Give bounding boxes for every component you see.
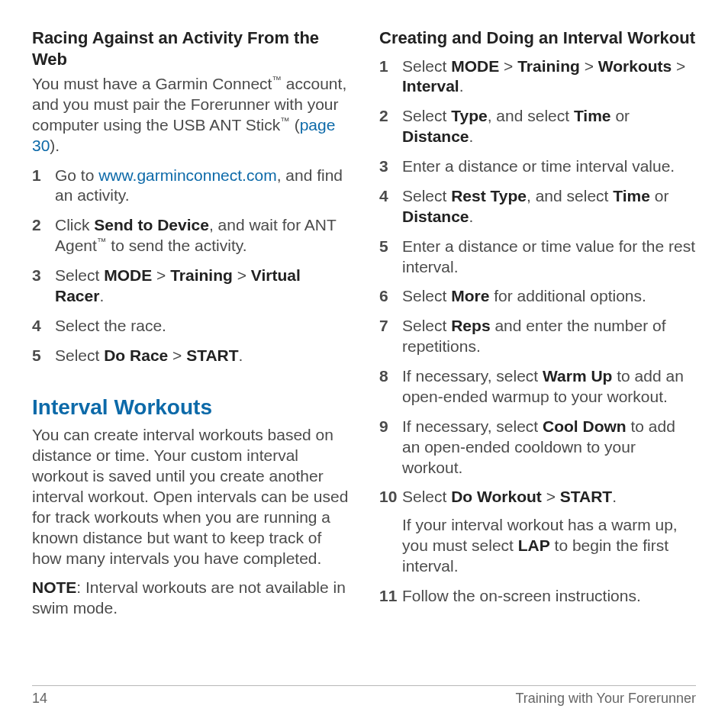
bold: LAP [518, 536, 550, 554]
step-number: 7 [379, 316, 388, 337]
step-number: 10 [379, 487, 397, 507]
text: . [469, 127, 474, 145]
step: 5 Enter a distance or time value for the… [379, 237, 696, 287]
step-sub: If your interval workout has a warm up, … [402, 515, 696, 577]
text: > [152, 266, 170, 284]
bold: MODE [104, 266, 152, 284]
step-number: 4 [379, 186, 388, 207]
text: > [168, 346, 186, 364]
step-number: 5 [32, 346, 41, 366]
text: . [612, 488, 617, 505]
bold: START [186, 346, 238, 364]
step: 1 Select MODE > Training > Workouts > In… [379, 56, 696, 107]
bold: START [560, 488, 612, 505]
bold: Time [613, 187, 650, 205]
bold: Training [517, 57, 580, 75]
step-number: 2 [379, 106, 388, 127]
text: , and select [488, 107, 574, 124]
bold: Distance [402, 127, 469, 145]
bold: Rest Type [451, 187, 527, 205]
text: for additional options. [489, 287, 646, 304]
interval-steps: 1 Select MODE > Training > Workouts > In… [379, 56, 696, 616]
text: Select [402, 57, 451, 75]
step-number: 8 [379, 366, 388, 387]
step-number: 1 [379, 56, 388, 77]
text: ( [290, 116, 300, 134]
step-number: 5 [379, 237, 388, 257]
bold: Interval [402, 77, 459, 95]
step: 5 Select Do Race > START. [32, 346, 349, 375]
trademark: ™ [280, 116, 290, 127]
step: 11 Follow the on-screen instructions. [379, 586, 696, 616]
text: Follow the on-screen instructions. [402, 587, 641, 604]
text: > [672, 57, 685, 75]
page-footer: 14 Training with Your Forerunner [32, 685, 696, 707]
bold: Cool Down [543, 417, 627, 435]
trademark: ™ [272, 75, 282, 85]
left-column: Racing Against an Activity From the Web … [32, 27, 349, 682]
text: > [580, 57, 598, 75]
text: Select [402, 287, 451, 304]
trademark: ™ [97, 237, 107, 247]
text: to send the activity. [106, 237, 246, 254]
text: > [233, 266, 251, 284]
page-number: 14 [32, 691, 47, 707]
footer-title: Training with Your Forerunner [516, 691, 696, 707]
step: 3 Enter a distance or time interval valu… [379, 156, 696, 186]
step: 6 Select More for additional options. [379, 286, 696, 316]
step: 4 Select Rest Type, and select Time or D… [379, 186, 696, 237]
bold: Do Race [104, 346, 168, 364]
text: You must have a Garmin Connect [32, 75, 272, 92]
bold: Type [451, 107, 487, 124]
text: . [99, 287, 104, 304]
bold: Time [574, 107, 611, 124]
heading-creating-interval: Creating and Doing an Interval Workout [379, 27, 696, 49]
step-number: 6 [379, 286, 388, 307]
text: Select [402, 187, 451, 205]
interval-paragraph: You can create interval workouts based o… [32, 425, 349, 569]
text: Select [402, 488, 451, 505]
step-number: 11 [379, 586, 397, 607]
heading-interval-workouts: Interval Workouts [32, 394, 349, 421]
step: 1 Go to www.garminconnect.com, and find … [32, 166, 349, 216]
step-number: 1 [32, 166, 41, 186]
bold: Do Workout [451, 488, 542, 505]
heading-racing: Racing Against an Activity From the Web [32, 27, 349, 69]
note: NOTE: Interval workouts are not availabl… [32, 578, 349, 619]
step: 2 Select Type, and select Time or Distan… [379, 106, 696, 156]
step: 10 Select Do Workout > START. If your in… [379, 487, 696, 586]
text: , and select [527, 187, 613, 205]
step: 7 Select Reps and enter the number of re… [379, 316, 696, 366]
racing-steps: 1 Go to www.garminconnect.com, and find … [32, 166, 349, 375]
bold: Reps [451, 317, 490, 334]
bold: Distance [402, 208, 469, 225]
racing-intro: You must have a Garmin Connect™ account,… [32, 74, 349, 156]
garmin-link[interactable]: www.garminconnect.com [98, 166, 276, 184]
step: 3 Select MODE > Training > Virtual Racer… [32, 266, 349, 316]
bold: MODE [451, 57, 499, 75]
text: Enter a distance or time interval value. [402, 157, 675, 175]
text: . [239, 346, 243, 364]
text: Go to [55, 166, 98, 184]
text: Select [55, 346, 104, 364]
text: . [469, 208, 474, 225]
text: > [542, 488, 560, 505]
bold: Workouts [598, 57, 672, 75]
text: Enter a distance or time value for the r… [402, 237, 695, 275]
text: Select [402, 317, 451, 334]
text: If necessary, select [402, 417, 543, 435]
step-number: 4 [32, 316, 41, 337]
text: or [611, 107, 630, 124]
step: 2 Click Send to Device, and wait for ANT… [32, 215, 349, 266]
step-number: 2 [32, 215, 41, 236]
text: > [499, 57, 517, 75]
text: Select [402, 107, 451, 124]
text: or [650, 187, 669, 205]
step-number: 3 [32, 266, 41, 286]
step: 8 If necessary, select Warm Up to add an… [379, 366, 696, 417]
text: . [459, 77, 464, 95]
step-number: 3 [379, 156, 388, 177]
note-label: NOTE [32, 578, 76, 596]
bold: Send to Device [94, 216, 209, 234]
text: Click [55, 216, 94, 234]
